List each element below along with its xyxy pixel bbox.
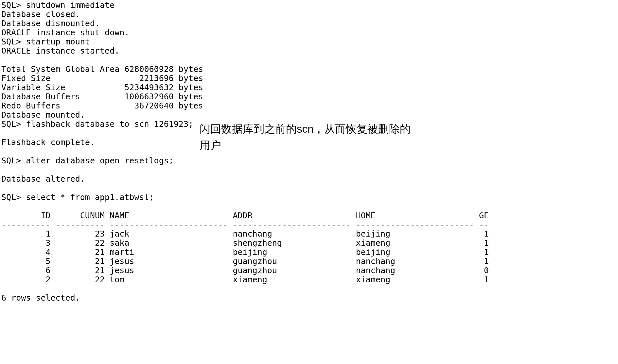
annotation-line-1: 闪回数据库到之前的scn，从而恢复被删除的 (200, 121, 411, 137)
annotation-note: 闪回数据库到之前的scn，从而恢复被删除的 用户 (200, 121, 411, 153)
annotation-line-2: 用户 (200, 137, 411, 154)
